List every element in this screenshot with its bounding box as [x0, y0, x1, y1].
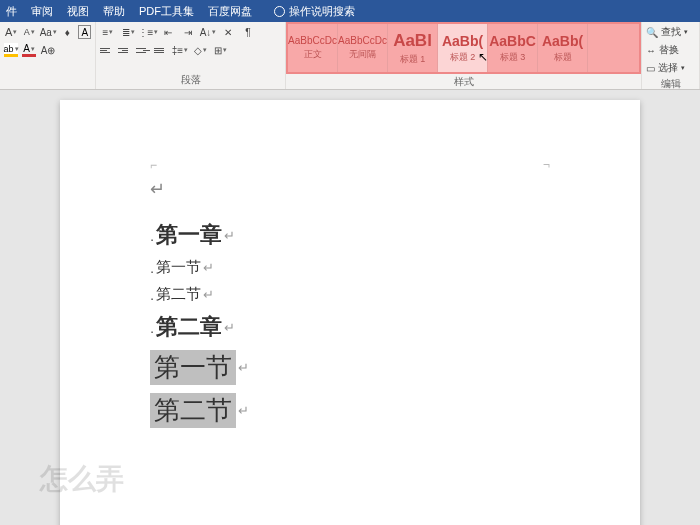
style-preview: AaBbCcDc: [338, 35, 387, 46]
document-area[interactable]: ⌐ ¬ ↵ .第一章↵.第一节↵.第二节↵.第二章↵第一节↵第二节↵ 怎么弄: [0, 90, 700, 525]
line-spacing-button[interactable]: ‡≡: [172, 42, 188, 58]
doc-line[interactable]: 第二节↵: [150, 393, 550, 428]
paragraph-mark-icon: ↵: [150, 178, 550, 200]
doc-line[interactable]: .第一节↵: [150, 258, 550, 277]
style-name: 标题 3: [500, 51, 526, 64]
text: 第二节: [156, 285, 201, 304]
margin-mark-icon: ⌐: [150, 158, 157, 172]
text: 第二章: [156, 312, 222, 342]
replace-button[interactable]: ↔替换: [646, 42, 695, 58]
watermark-text: 怎么弄: [40, 460, 124, 498]
style-preview: AaBb(: [542, 33, 583, 49]
group-label: 编辑: [646, 76, 695, 91]
bullet-icon: .: [150, 227, 154, 244]
doc-line[interactable]: .第一章↵: [150, 220, 550, 250]
bulb-icon: [274, 6, 285, 17]
doc-line[interactable]: .第二节↵: [150, 285, 550, 304]
group-label: 样式: [286, 74, 641, 89]
style-preview: AaBbCcDc: [288, 35, 337, 46]
menu-item[interactable]: 视图: [67, 4, 89, 19]
indent-dec-button[interactable]: ⇤: [160, 24, 176, 40]
menu-item[interactable]: 百度网盘: [208, 4, 252, 19]
font-color-button[interactable]: A: [22, 43, 36, 57]
sort-button[interactable]: A↓: [200, 24, 216, 40]
editing-group: 🔍查找▾ ↔替换 ▭选择▾ 编辑: [642, 22, 700, 89]
style-item-无间隔[interactable]: AaBbCcDc无间隔: [338, 24, 388, 72]
return-mark-icon: ↵: [238, 360, 249, 375]
style-item-标题[interactable]: AaBb(标题: [538, 24, 588, 72]
return-mark-icon: ↵: [203, 287, 214, 302]
menu-item[interactable]: PDF工具集: [139, 4, 194, 19]
font-group: A A Aa ♦ A ab A A⊕: [0, 22, 96, 89]
shrink-font-button[interactable]: A: [22, 24, 36, 40]
bullet-icon: .: [150, 259, 154, 276]
align-center-button[interactable]: [118, 44, 132, 56]
grow-font-button[interactable]: A: [4, 24, 18, 40]
char-border-button[interactable]: A: [78, 25, 91, 39]
bullet-icon: .: [150, 319, 154, 336]
style-name: 标题: [554, 51, 572, 64]
return-mark-icon: ↵: [224, 228, 235, 243]
change-case-button[interactable]: Aa: [40, 24, 56, 40]
style-preview: AaBl: [393, 31, 432, 51]
bullets-button[interactable]: ≡: [100, 24, 116, 40]
page: ⌐ ¬ ↵ .第一章↵.第一节↵.第二节↵.第二章↵第一节↵第二节↵ 怎么弄: [60, 100, 640, 525]
style-name: 标题 2: [450, 51, 476, 64]
style-preview: AaBbC: [489, 33, 536, 49]
menu-bar: 件 审阅 视图 帮助 PDF工具集 百度网盘 操作说明搜索: [0, 0, 700, 22]
search-icon: 🔍: [646, 27, 658, 38]
return-mark-icon: ↵: [238, 403, 249, 418]
numbering-button[interactable]: ≣: [120, 24, 136, 40]
styles-group: AaBbCcDc正文AaBbCcDc无间隔AaBl标题 1AaBb(标题 2Aa…: [286, 22, 642, 89]
styles-gallery: AaBbCcDc正文AaBbCcDc无间隔AaBl标题 1AaBb(标题 2Aa…: [286, 22, 641, 74]
doc-line[interactable]: 第一节↵: [150, 350, 550, 385]
align-left-button[interactable]: [100, 44, 114, 56]
style-item-正文[interactable]: AaBbCcDc正文: [288, 24, 338, 72]
indent-inc-button[interactable]: ⇥: [180, 24, 196, 40]
style-preview: AaBb(: [442, 33, 483, 49]
borders-button[interactable]: ⊞: [212, 42, 228, 58]
group-label: [4, 86, 91, 87]
align-right-button[interactable]: [136, 44, 150, 56]
style-name: 标题 1: [400, 53, 426, 66]
text: 第一章: [156, 220, 222, 250]
multilevel-button[interactable]: ⋮≡: [140, 24, 156, 40]
menu-item[interactable]: 件: [6, 4, 17, 19]
doc-line[interactable]: .第二章↵: [150, 312, 550, 342]
style-name: 无间隔: [349, 48, 376, 61]
select-icon: ▭: [646, 63, 655, 74]
search-placeholder: 操作说明搜索: [289, 4, 355, 19]
style-name: 正文: [304, 48, 322, 61]
text: 第一节: [156, 258, 201, 277]
tell-me-search[interactable]: 操作说明搜索: [274, 4, 355, 19]
asian-layout-button[interactable]: ✕: [220, 24, 236, 40]
margin-mark-icon: ¬: [543, 158, 550, 172]
bullet-icon: .: [150, 286, 154, 303]
align-justify-button[interactable]: [154, 44, 168, 56]
ribbon: A A Aa ♦ A ab A A⊕ ≡ ≣ ⋮≡ ⇤ ⇥ A↓ ✕: [0, 22, 700, 90]
shading-button[interactable]: ◇: [192, 42, 208, 58]
clear-format-button[interactable]: ♦: [60, 24, 74, 40]
replace-icon: ↔: [646, 45, 656, 56]
find-button[interactable]: 🔍查找▾: [646, 24, 695, 40]
select-button[interactable]: ▭选择▾: [646, 60, 695, 76]
style-item-标题 1[interactable]: AaBl标题 1: [388, 24, 438, 72]
group-label: 段落: [100, 72, 281, 87]
return-mark-icon: ↵: [203, 260, 214, 275]
selected-text: 第二节: [150, 393, 236, 428]
char-shading-button[interactable]: A⊕: [40, 42, 56, 58]
style-item-标题 3[interactable]: AaBbC标题 3: [488, 24, 538, 72]
paragraph-group: ≡ ≣ ⋮≡ ⇤ ⇥ A↓ ✕ ¶ ‡≡ ◇ ⊞ 段落: [96, 22, 286, 89]
menu-item[interactable]: 审阅: [31, 4, 53, 19]
style-item-标题 2[interactable]: AaBb(标题 2: [438, 24, 488, 72]
show-marks-button[interactable]: ¶: [240, 24, 256, 40]
return-mark-icon: ↵: [224, 320, 235, 335]
menu-item[interactable]: 帮助: [103, 4, 125, 19]
selected-text: 第一节: [150, 350, 236, 385]
highlight-button[interactable]: ab: [4, 43, 18, 57]
